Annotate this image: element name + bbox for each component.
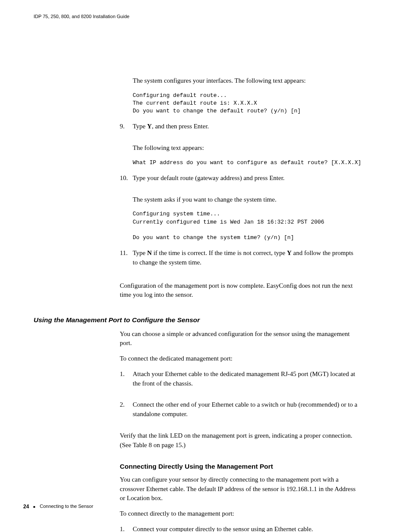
code-block: What IP address do you want to configure… — [133, 159, 359, 167]
text: , and then press Enter. — [152, 123, 209, 130]
page-number: 24 — [23, 503, 29, 510]
bold-text: Y — [147, 123, 152, 130]
step-text: Connect the other end of your Ethernet c… — [133, 400, 359, 419]
step-number: 2. — [120, 400, 133, 410]
step-text: Type N if the time is correct. If the ti… — [133, 249, 359, 268]
step-number: 11. — [120, 249, 133, 258]
paragraph: To connect the dedicated management port… — [120, 354, 359, 364]
step-9: 9. Type Y, and then press Enter. — [120, 122, 359, 137]
text: Type — [133, 249, 147, 256]
paragraph: The system configures your interfaces. T… — [133, 76, 359, 86]
section-heading-italic: Using the Management Port to Configure t… — [34, 315, 377, 325]
footer-section-title: Connecting to the Sensor — [40, 503, 93, 510]
step-text: Attach your Ethernet cable to the dedica… — [133, 370, 359, 389]
bold-text: N — [147, 249, 152, 256]
section-heading-bold: Connecting Directly Using the Management… — [120, 462, 359, 471]
page: IDP 75, 250, 800, and 8200 Installation … — [0, 0, 411, 532]
page-footer: 24 ■ Connecting to the Sensor — [23, 503, 93, 510]
paragraph: Verify that the link LED on the manageme… — [120, 431, 359, 450]
step-number: 1. — [120, 525, 133, 532]
bold-text: Y — [287, 249, 292, 256]
paragraph: You can choose a simple or advanced conf… — [120, 330, 359, 348]
step-number: 1. — [120, 370, 133, 379]
step-text: Type Y, and then press Enter. — [133, 122, 359, 131]
code-block: Configuring system time... Currently con… — [133, 210, 359, 242]
step-number: 10. — [120, 174, 133, 183]
running-header: IDP 75, 250, 800, and 8200 Installation … — [34, 13, 377, 20]
step-1: 1. Attach your Ethernet cable to the ded… — [120, 370, 359, 395]
text: Type — [133, 123, 147, 130]
step-2: 2. Connect the other end of your Etherne… — [120, 400, 359, 425]
paragraph: To connect directly to the management po… — [120, 509, 359, 519]
paragraph: You can configure your sensor by directl… — [120, 475, 359, 503]
step-10: 10. Type your default route (gateway add… — [120, 174, 359, 189]
square-bullet-icon: ■ — [33, 504, 35, 510]
step-11: 11. Type N if the time is correct. If th… — [120, 249, 359, 274]
step-number: 9. — [120, 122, 133, 131]
main-content: The system configures your interfaces. T… — [120, 76, 359, 300]
step-text: Type your default route (gateway address… — [133, 174, 359, 183]
paragraph: The following text appears: — [133, 143, 359, 153]
code-block: Configuring default route... The current… — [133, 92, 359, 115]
text: if the time is correct. If the time is n… — [152, 249, 287, 256]
step-text: Connect your computer directly to the se… — [133, 525, 359, 532]
paragraph: The system asks if you want to change th… — [133, 195, 359, 205]
paragraph: Configuration of the management port is … — [120, 281, 359, 300]
section-content: You can choose a simple or advanced conf… — [120, 330, 359, 532]
step-1: 1. Connect your computer directly to the… — [120, 525, 359, 532]
